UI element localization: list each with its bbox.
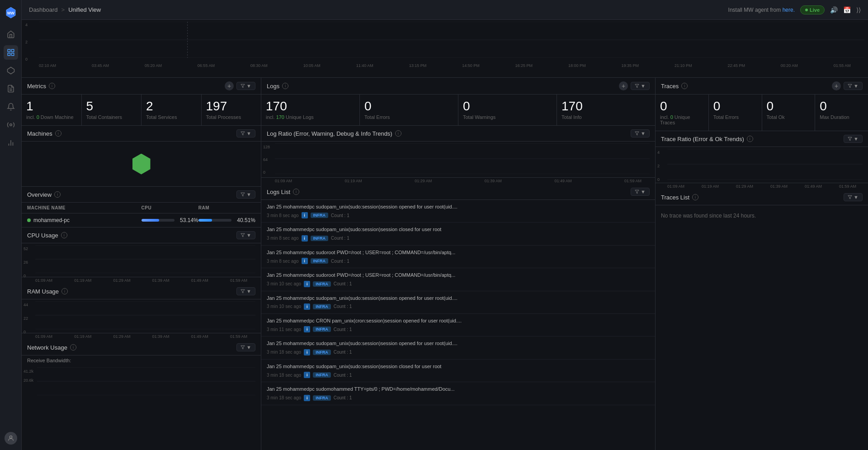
log-text: Jan 25 mohammedpc sudomohammed TTY=pts/0… (267, 386, 646, 393)
traces-unique-label: incl. 0 Unique Traces (660, 114, 704, 125)
traces-info-icon[interactable]: i (681, 83, 688, 89)
sidebar-item-logs[interactable] (4, 81, 18, 96)
svg-rect-2 (8, 49, 10, 52)
cpu-usage-info-icon[interactable]: i (61, 232, 67, 238)
logs-filter-button[interactable]: ▼ (631, 82, 650, 90)
log-item[interactable]: Jan 25 mohammedpc sudoroot PWD=/root ; U… (261, 246, 655, 268)
logs-list-info-icon[interactable]: i (293, 189, 299, 195)
machine-name[interactable]: mohammed-pc (33, 217, 70, 223)
sidebar-item-dashboard[interactable] (4, 45, 18, 60)
metric-services-label: Total Services (146, 114, 197, 120)
breadcrumb: Dashboard > Unified View (29, 6, 101, 13)
timeline-x-labels: 02:10 AM03:45 AM05:20 AM06:55 AM08:30 AM… (25, 62, 864, 69)
traces-metric-ok: 0 Total Ok (762, 95, 816, 131)
log-item[interactable]: Jan 25 mohammedpc sudopam_unix(sudo:sess… (261, 291, 655, 314)
log-item[interactable]: Jan 25 mohammedpc sudopam_unix(sudo:sess… (261, 200, 655, 223)
log-item[interactable]: Jan 25 mohammedpc CRON pam_unix(cron:ses… (261, 314, 655, 336)
metrics-add-button[interactable]: + (225, 81, 234, 90)
svg-rect-3 (11, 49, 14, 52)
svg-text:MW: MW (7, 11, 14, 15)
trace-ratio-filter-button[interactable]: ▼ (844, 135, 863, 143)
calendar-button[interactable]: 📅 (843, 6, 851, 14)
col-ram: RAM (198, 205, 255, 210)
logs-list[interactable]: Jan 25 mohammedpc sudopam_unix(sudo:sess… (261, 200, 655, 450)
network-usage-header: Network Usage i ▼ (22, 340, 261, 355)
machines-filter-button[interactable]: ▼ (236, 129, 255, 137)
sidebar-item-analytics[interactable] (4, 136, 18, 150)
metrics-filter-button[interactable]: ▼ (236, 82, 255, 90)
logs-list-header: Logs List i ▼ (261, 184, 655, 200)
logs-warnings-value: 0 (463, 100, 552, 113)
log-ratio-title: Log Ratio (Error, Warning, Debug & Info … (267, 130, 401, 137)
no-trace-message: No trace was found since last 24 hours. (656, 205, 868, 226)
machines-info-icon[interactable]: i (55, 130, 61, 137)
traces-errors-value: 0 (713, 100, 757, 113)
timeline-section: 4 2 0 02:10 AM03:45 AM05:20 AM06:55 AM08… (22, 20, 868, 78)
traces-list-info-icon[interactable]: i (692, 194, 698, 200)
sidebar-item-alerts[interactable] (4, 99, 18, 114)
sidebar-item-integrations[interactable] (4, 118, 18, 132)
logs-info-icon[interactable]: i (282, 83, 288, 89)
logs-info-value: 170 (561, 100, 651, 113)
log-infra-badge: INFRA (311, 213, 329, 218)
sidebar-logo[interactable]: MW (4, 5, 18, 20)
network-chart-svg (37, 367, 255, 395)
install-link[interactable]: here. (783, 7, 795, 13)
live-badge: Live (800, 5, 825, 14)
network-usage-info-icon[interactable]: i (70, 344, 76, 351)
traces-title: Traces i (661, 83, 688, 90)
svg-marker-34 (635, 132, 639, 135)
svg-marker-38 (635, 190, 639, 194)
log-item[interactable]: Jan 25 mohammedpc sudomohammed TTY=pts/0… (261, 382, 655, 405)
traces-errors-label: Total Errors (713, 114, 757, 120)
log-item[interactable]: Jan 25 mohammedpc sudopam_unix(sudo:sess… (261, 360, 655, 382)
logs-unique-label: incl. 170 Unique Logs (266, 114, 355, 120)
network-usage-actions: ▼ (236, 343, 255, 351)
ram-filter-button[interactable]: ▼ (236, 287, 255, 295)
log-meta: 3 min 8 sec ago i INFRA Count : 1 (267, 258, 650, 264)
logs-list-filter-button[interactable]: ▼ (631, 188, 650, 196)
metric-processes-value: 197 (206, 100, 257, 113)
ram-bar-fill (198, 219, 212, 222)
traces-ok-value: 0 (767, 100, 811, 113)
overview-filter-button[interactable]: ▼ (236, 190, 255, 199)
expand-button[interactable]: ⟩⟩ (856, 6, 861, 14)
log-item[interactable]: Jan 25 mohammedpc sudoroot PWD=/root ; U… (261, 268, 655, 291)
sidebar-item-home[interactable] (4, 27, 18, 42)
log-ratio-filter-button[interactable]: ▼ (631, 129, 650, 137)
traces-list-filter-button[interactable]: ▼ (844, 193, 863, 201)
trace-ratio-x-labels: 01:09 AM01:19 AM01:29 AM01:39 AM01:49 AM… (656, 183, 868, 189)
network-filter-button[interactable]: ▼ (236, 343, 255, 351)
log-meta: 3 min 11 sec ago i INFRA Count : 1 (267, 326, 650, 332)
trace-ratio-title: Trace Ratio (Error & Ok Trends) i (661, 136, 753, 142)
sidebar-item-infrastructure[interactable] (4, 63, 18, 78)
topbar: Dashboard > Unified View Install MW agen… (22, 0, 868, 20)
traces-add-button[interactable]: + (832, 81, 841, 90)
user-avatar[interactable] (5, 432, 17, 445)
sidebar: MW (0, 0, 22, 450)
metrics-info-icon[interactable]: i (49, 83, 55, 89)
traces-filter-button[interactable]: ▼ (844, 82, 863, 90)
ram-usage-actions: ▼ (236, 287, 255, 295)
ram-progress (198, 219, 232, 222)
cpu-filter-button[interactable]: ▼ (236, 231, 255, 239)
mute-button[interactable]: 🔊 (830, 6, 838, 14)
overview-info-icon[interactable]: i (54, 191, 61, 198)
timeline-y0: 0 (25, 57, 39, 62)
log-infra-badge: INFRA (313, 395, 331, 401)
install-text: Install MW agent from here. (728, 7, 795, 13)
svg-marker-40 (848, 137, 852, 141)
metrics-column: Metrics i + ▼ 1 incl. 0 Down Machine (22, 78, 261, 450)
log-ratio-actions: ▼ (631, 129, 650, 137)
trace-ratio-info-icon[interactable]: i (747, 136, 753, 142)
machine-node[interactable] (132, 154, 151, 175)
metric-machines: 1 incl. 0 Down Machine (22, 95, 82, 125)
log-item[interactable]: Jan 25 mohammedpc sudopam_unix(sudo:sess… (261, 223, 655, 245)
log-item[interactable]: Jan 25 mohammedpc sudopam_unix(sudo:sess… (261, 336, 655, 359)
log-ratio-info-icon[interactable]: i (395, 130, 401, 137)
metric-machines-value: 1 (26, 100, 77, 113)
log-meta: 3 min 18 sec ago i INFRA Count : 1 (267, 349, 650, 355)
ram-usage-info-icon[interactable]: i (61, 288, 68, 294)
network-y-labels: 41.2k20.6k (24, 367, 33, 385)
logs-add-button[interactable]: + (619, 81, 628, 90)
